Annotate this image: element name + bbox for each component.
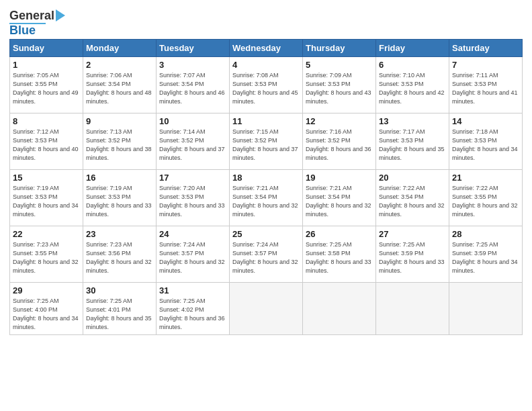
day-info: Sunrise: 7:25 AMSunset: 4:02 PMDaylight:… <box>159 297 226 332</box>
day-number: 2 <box>86 60 153 70</box>
calendar-cell: 22Sunrise: 7:23 AMSunset: 3:55 PMDayligh… <box>10 226 83 283</box>
weekday-header-wednesday: Wednesday <box>230 40 303 57</box>
day-info: Sunrise: 7:23 AMSunset: 3:55 PMDaylight:… <box>13 240 80 275</box>
day-info: Sunrise: 7:18 AMSunset: 3:53 PMDaylight:… <box>452 128 519 163</box>
calendar-cell: 16Sunrise: 7:19 AMSunset: 3:53 PMDayligh… <box>83 170 157 226</box>
day-info: Sunrise: 7:21 AMSunset: 3:54 PMDaylight:… <box>232 184 300 219</box>
day-number: 15 <box>13 173 80 183</box>
calendar-cell <box>376 283 449 335</box>
week-row-3: 22Sunrise: 7:23 AMSunset: 3:55 PMDayligh… <box>10 226 523 283</box>
calendar-cell: 25Sunrise: 7:24 AMSunset: 3:57 PMDayligh… <box>230 226 303 283</box>
day-number: 4 <box>232 60 300 70</box>
calendar-cell: 14Sunrise: 7:18 AMSunset: 3:53 PMDayligh… <box>449 113 523 170</box>
calendar-cell: 6Sunrise: 7:10 AMSunset: 3:53 PMDaylight… <box>376 57 449 113</box>
day-number: 23 <box>86 229 153 239</box>
day-info: Sunrise: 7:25 AMSunset: 3:59 PMDaylight:… <box>379 240 446 275</box>
day-info: Sunrise: 7:19 AMSunset: 3:53 PMDaylight:… <box>86 184 153 219</box>
logo-text: General <box>9 9 54 21</box>
page: General Blue SundayMondayTuesdayWednesda… <box>0 0 532 342</box>
calendar-cell: 24Sunrise: 7:24 AMSunset: 3:57 PMDayligh… <box>157 226 230 283</box>
calendar-cell: 10Sunrise: 7:14 AMSunset: 3:52 PMDayligh… <box>157 113 230 170</box>
day-number: 26 <box>306 229 373 239</box>
day-info: Sunrise: 7:15 AMSunset: 3:52 PMDaylight:… <box>232 128 300 163</box>
day-info: Sunrise: 7:09 AMSunset: 3:53 PMDaylight:… <box>306 71 373 106</box>
weekday-header-sunday: Sunday <box>10 40 83 57</box>
calendar-cell: 26Sunrise: 7:25 AMSunset: 3:58 PMDayligh… <box>303 226 376 283</box>
day-number: 3 <box>159 60 226 70</box>
calendar-cell: 4Sunrise: 7:08 AMSunset: 3:53 PMDaylight… <box>230 57 303 113</box>
calendar-cell: 18Sunrise: 7:21 AMSunset: 3:54 PMDayligh… <box>230 170 303 226</box>
day-info: Sunrise: 7:20 AMSunset: 3:53 PMDaylight:… <box>159 184 226 219</box>
day-info: Sunrise: 7:17 AMSunset: 3:53 PMDaylight:… <box>379 128 446 163</box>
calendar-cell: 17Sunrise: 7:20 AMSunset: 3:53 PMDayligh… <box>157 170 230 226</box>
day-number: 19 <box>306 173 373 183</box>
weekday-header-tuesday: Tuesday <box>157 40 230 57</box>
day-info: Sunrise: 7:06 AMSunset: 3:54 PMDaylight:… <box>86 71 153 106</box>
calendar-cell: 27Sunrise: 7:25 AMSunset: 3:59 PMDayligh… <box>376 226 449 283</box>
day-number: 16 <box>86 173 153 183</box>
day-number: 30 <box>86 285 153 295</box>
day-number: 7 <box>452 60 519 70</box>
calendar-cell: 5Sunrise: 7:09 AMSunset: 3:53 PMDaylight… <box>303 57 376 113</box>
day-number: 24 <box>159 229 226 239</box>
calendar-cell: 15Sunrise: 7:19 AMSunset: 3:53 PMDayligh… <box>10 170 83 226</box>
day-info: Sunrise: 7:08 AMSunset: 3:53 PMDaylight:… <box>232 71 300 106</box>
day-number: 29 <box>13 285 80 295</box>
day-info: Sunrise: 7:10 AMSunset: 3:53 PMDaylight:… <box>379 71 446 106</box>
logo: General Blue <box>9 9 65 36</box>
day-number: 28 <box>452 229 519 239</box>
calendar-cell: 3Sunrise: 7:07 AMSunset: 3:54 PMDaylight… <box>157 57 230 113</box>
day-info: Sunrise: 7:07 AMSunset: 3:54 PMDaylight:… <box>159 71 226 106</box>
week-row-2: 15Sunrise: 7:19 AMSunset: 3:53 PMDayligh… <box>10 170 523 226</box>
calendar-cell <box>303 283 376 335</box>
calendar-cell: 19Sunrise: 7:21 AMSunset: 3:54 PMDayligh… <box>303 170 376 226</box>
calendar-cell: 30Sunrise: 7:25 AMSunset: 4:01 PMDayligh… <box>83 283 157 335</box>
day-info: Sunrise: 7:19 AMSunset: 3:53 PMDaylight:… <box>13 184 80 219</box>
logo-arrow-icon <box>56 9 65 21</box>
day-info: Sunrise: 7:22 AMSunset: 3:54 PMDaylight:… <box>379 184 446 219</box>
day-info: Sunrise: 7:24 AMSunset: 3:57 PMDaylight:… <box>159 240 226 275</box>
day-number: 31 <box>159 285 226 295</box>
day-info: Sunrise: 7:23 AMSunset: 3:56 PMDaylight:… <box>86 240 153 275</box>
calendar-cell: 11Sunrise: 7:15 AMSunset: 3:52 PMDayligh… <box>230 113 303 170</box>
day-info: Sunrise: 7:11 AMSunset: 3:53 PMDaylight:… <box>452 71 519 106</box>
day-number: 27 <box>379 229 446 239</box>
day-info: Sunrise: 7:16 AMSunset: 3:52 PMDaylight:… <box>306 128 373 163</box>
calendar-cell: 29Sunrise: 7:25 AMSunset: 4:00 PMDayligh… <box>10 283 83 335</box>
day-number: 6 <box>379 60 446 70</box>
weekday-header-monday: Monday <box>83 40 157 57</box>
calendar-cell: 21Sunrise: 7:22 AMSunset: 3:55 PMDayligh… <box>449 170 523 226</box>
calendar-cell: 28Sunrise: 7:25 AMSunset: 3:59 PMDayligh… <box>449 226 523 283</box>
day-number: 5 <box>306 60 373 70</box>
weekday-header-friday: Friday <box>376 40 449 57</box>
calendar-cell: 7Sunrise: 7:11 AMSunset: 3:53 PMDaylight… <box>449 57 523 113</box>
calendar-cell: 2Sunrise: 7:06 AMSunset: 3:54 PMDaylight… <box>83 57 157 113</box>
day-info: Sunrise: 7:12 AMSunset: 3:53 PMDaylight:… <box>13 128 80 163</box>
calendar-cell: 23Sunrise: 7:23 AMSunset: 3:56 PMDayligh… <box>83 226 157 283</box>
weekday-header-saturday: Saturday <box>449 40 523 57</box>
day-number: 18 <box>232 173 300 183</box>
calendar-cell: 20Sunrise: 7:22 AMSunset: 3:54 PMDayligh… <box>376 170 449 226</box>
day-info: Sunrise: 7:21 AMSunset: 3:54 PMDaylight:… <box>306 184 373 219</box>
day-info: Sunrise: 7:25 AMSunset: 3:59 PMDaylight:… <box>452 240 519 275</box>
weekday-header-thursday: Thursday <box>303 40 376 57</box>
day-info: Sunrise: 7:22 AMSunset: 3:55 PMDaylight:… <box>452 184 519 219</box>
day-info: Sunrise: 7:24 AMSunset: 3:57 PMDaylight:… <box>232 240 300 275</box>
day-info: Sunrise: 7:25 AMSunset: 4:01 PMDaylight:… <box>86 297 153 332</box>
calendar-table: SundayMondayTuesdayWednesdayThursdayFrid… <box>9 39 523 335</box>
calendar-cell <box>449 283 523 335</box>
calendar-cell: 1Sunrise: 7:05 AMSunset: 3:55 PMDaylight… <box>10 57 83 113</box>
day-number: 20 <box>379 173 446 183</box>
calendar-cell: 31Sunrise: 7:25 AMSunset: 4:02 PMDayligh… <box>157 283 230 335</box>
calendar-cell: 13Sunrise: 7:17 AMSunset: 3:53 PMDayligh… <box>376 113 449 170</box>
day-number: 14 <box>452 116 519 126</box>
calendar-cell: 9Sunrise: 7:13 AMSunset: 3:52 PMDaylight… <box>83 113 157 170</box>
week-row-0: 1Sunrise: 7:05 AMSunset: 3:55 PMDaylight… <box>10 57 523 113</box>
day-number: 12 <box>306 116 373 126</box>
day-number: 9 <box>86 116 153 126</box>
logo-blue-text: Blue <box>9 24 36 36</box>
day-number: 10 <box>159 116 226 126</box>
day-info: Sunrise: 7:25 AMSunset: 4:00 PMDaylight:… <box>13 297 80 332</box>
day-number: 17 <box>159 173 226 183</box>
week-row-1: 8Sunrise: 7:12 AMSunset: 3:53 PMDaylight… <box>10 113 523 170</box>
